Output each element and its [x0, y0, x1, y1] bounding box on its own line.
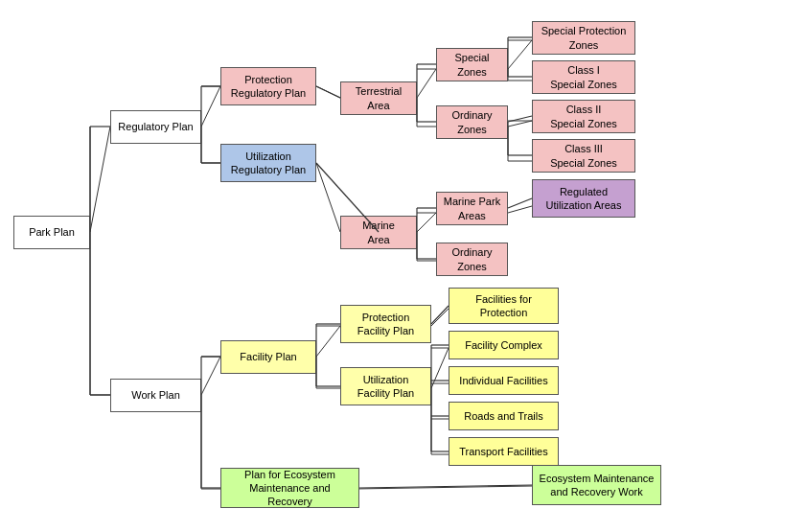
svg-line-4 [201, 86, 220, 127]
regulatory-plan-node: Regulatory Plan [110, 110, 201, 144]
regulated-utilization-areas-node: RegulatedUtilization Areas [532, 179, 635, 218]
diagram: Park Plan Regulatory Plan Work Plan Prot… [0, 0, 806, 532]
marine-area-node: MarineArea [340, 216, 417, 249]
class3-special-zones-label: Class IIISpecial Zones [550, 142, 617, 170]
svg-line-27 [201, 357, 220, 395]
special-zones-terrestrial-label: SpecialZones [454, 51, 489, 79]
ordinary-zones-marine-node: OrdinaryZones [436, 243, 508, 276]
park-plan-node: Park Plan [13, 216, 90, 249]
ecosystem-plan-node: Plan for EcosystemMaintenance and Recove… [220, 468, 359, 508]
svg-line-42 [355, 486, 532, 489]
ecosystem-work-node: Ecosystem Maintenanceand Recovery Work [532, 465, 661, 505]
ecosystem-work-label: Ecosystem Maintenanceand Recovery Work [540, 472, 655, 499]
class2-special-zones-label: Class IISpecial Zones [550, 103, 617, 130]
svg-line-9 [417, 69, 436, 98]
marine-park-areas-node: Marine ParkAreas [436, 192, 508, 225]
work-plan-node: Work Plan [110, 379, 201, 412]
svg-line-0 [90, 127, 110, 232]
facilities-protection-node: Facilities forProtection [449, 288, 559, 324]
utilization-regulatory-plan-label: UtilizationRegulatory Plan [231, 150, 306, 177]
svg-line-26 [508, 206, 532, 213]
svg-line-22 [417, 213, 436, 232]
transport-facilities-label: Transport Facilities [459, 445, 548, 458]
svg-line-13 [508, 40, 532, 69]
class2-special-zones-node: Class IISpecial Zones [532, 100, 635, 133]
svg-line-57 [508, 116, 532, 122]
svg-line-49 [316, 86, 340, 98]
svg-line-70 [431, 306, 449, 324]
facility-complex-node: Facility Complex [449, 331, 559, 359]
roads-trails-node: Roads and Trails [449, 402, 559, 430]
roads-trails-label: Roads and Trails [464, 409, 543, 423]
regulated-utilization-areas-label: RegulatedUtilization Areas [546, 185, 622, 213]
marine-park-areas-label: Marine ParkAreas [444, 195, 500, 222]
svg-line-17 [508, 121, 532, 127]
utilization-facility-plan-label: UtilizationFacility Plan [357, 373, 414, 401]
connector-lines [0, 0, 806, 532]
terrestrial-area-node: TerrestrialArea [340, 81, 417, 115]
transport-facilities-node: Transport Facilities [449, 437, 559, 466]
svg-line-36 [431, 348, 449, 388]
protection-regulatory-plan-label: ProtectionRegulatory Plan [231, 73, 306, 101]
ordinary-zones-marine-label: OrdinaryZones [451, 245, 492, 273]
special-protection-zones-node: Special ProtectionZones [532, 21, 635, 55]
special-zones-terrestrial-node: SpecialZones [436, 48, 508, 81]
regulatory-plan-label: Regulatory Plan [118, 120, 193, 133]
terrestrial-area-label: TerrestrialArea [356, 84, 402, 112]
special-protection-zones-label: Special ProtectionZones [541, 24, 627, 52]
protection-facility-plan-label: ProtectionFacility Plan [357, 311, 414, 338]
utilization-facility-plan-node: UtilizationFacility Plan [340, 367, 431, 405]
ordinary-zones-terrestrial-node: OrdinaryZones [436, 105, 508, 139]
svg-line-35 [431, 309, 449, 326]
svg-line-76 [359, 485, 532, 488]
tree-lines-svg [0, 0, 806, 532]
svg-line-21 [316, 163, 340, 232]
svg-line-8 [316, 86, 340, 98]
individual-facilities-label: Individual Facilities [459, 374, 547, 387]
class1-special-zones-label: Class ISpecial Zones [550, 63, 617, 91]
class3-special-zones-node: Class IIISpecial Zones [532, 139, 635, 173]
class1-special-zones-node: Class ISpecial Zones [532, 60, 635, 94]
facilities-protection-label: Facilities forProtection [475, 292, 532, 320]
svg-line-63 [508, 198, 532, 208]
ecosystem-plan-label: Plan for EcosystemMaintenance and Recove… [226, 468, 354, 509]
facility-plan-label: Facility Plan [240, 350, 296, 363]
ordinary-zones-terrestrial-label: OrdinaryZones [451, 108, 492, 136]
individual-facilities-node: Individual Facilities [449, 366, 559, 395]
facility-complex-label: Facility Complex [465, 338, 542, 352]
utilization-regulatory-plan-node: UtilizationRegulatory Plan [220, 144, 316, 182]
protection-facility-plan-node: ProtectionFacility Plan [340, 305, 431, 343]
work-plan-label: Work Plan [131, 388, 180, 402]
park-plan-label: Park Plan [29, 225, 75, 239]
facility-plan-node: Facility Plan [220, 340, 316, 374]
svg-line-31 [316, 326, 340, 357]
marine-area-label: MarineArea [362, 219, 395, 246]
protection-regulatory-plan-node: ProtectionRegulatory Plan [220, 67, 316, 105]
